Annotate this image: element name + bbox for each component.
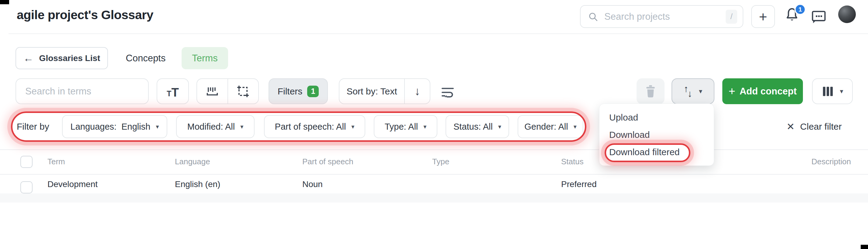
filter-modified-dropdown[interactable]: Modified: All ▾ [176,115,254,138]
search-projects-input[interactable] [604,11,726,23]
wrap-text-icon [440,84,456,98]
notification-badge: 1 [795,4,806,15]
trash-icon [644,84,657,99]
filter-gender-dropdown[interactable]: Gender: All ▾ [518,115,583,138]
caret-down-icon: ▾ [240,123,243,130]
caret-down-icon: ▾ [351,123,354,130]
filter-status-dropdown[interactable]: Status: All ▾ [445,115,509,138]
tab-terms[interactable]: Terms [182,47,228,69]
close-icon: ✕ [786,121,795,132]
caret-down-icon: ▾ [840,87,843,95]
clear-filter-button[interactable]: ✕ Clear filter [786,111,842,142]
caret-down-icon: ▾ [156,123,159,130]
filter-languages-dropdown[interactable]: Languages: English ▾ [62,115,167,138]
column-header-status: Status [561,149,584,174]
plus-icon: + [729,85,735,98]
filters-label: Filters [278,86,303,97]
arrow-down-icon: ↓ [687,88,692,99]
notifications-button[interactable]: 1 [784,7,802,26]
glossary-terms-page: agile project's Glossary / + 1 ← Glossa [0,0,868,249]
cell-term: Development [48,175,98,194]
feedback-button[interactable] [810,9,827,25]
upload-download-menu-button[interactable]: ↑ ↓ ▾ [672,78,714,104]
sort-direction-button[interactable]: ↓ [404,79,430,104]
tab-terms-label: Terms [192,53,217,64]
search-terms-box[interactable] [16,78,149,104]
match-case-icon: T [167,90,171,98]
new-project-button[interactable]: + [751,5,775,28]
column-header-language: Language [175,149,210,174]
menu-item-upload[interactable]: Upload [599,109,714,126]
glossaries-list-back-button[interactable]: ← Glossaries List [16,47,108,69]
slash-shortcut-badge: / [726,10,737,24]
wrap-text-button[interactable] [440,84,456,98]
search-mode-button-group [196,78,259,104]
corner-artifact-top-left [0,0,9,4]
exact-match-icon [236,84,250,98]
match-case-button[interactable]: T T [157,78,189,104]
select-all-checkbox[interactable] [20,156,33,168]
cell-part-of-speech: Noun [302,175,323,194]
search-terms-input[interactable] [25,85,140,97]
caret-down-icon: ▾ [498,123,501,130]
header-divider [8,33,868,34]
exact-match-button[interactable] [227,79,258,104]
table-header-divider [0,174,868,175]
menu-item-download-filtered[interactable]: Download filtered [599,143,714,161]
sort-button: Sort by: Text ↓ [339,78,430,104]
tab-concepts[interactable]: Concepts [123,47,168,69]
tab-concepts-label: Concepts [126,53,166,64]
column-header-type: Type [432,149,449,174]
row-checkbox[interactable] [20,181,33,193]
caret-down-icon: ▾ [574,123,577,130]
chat-icon [810,9,827,25]
plus-icon: + [759,8,767,25]
whole-words-icon [205,84,219,98]
corner-artifact-bottom-right [861,245,868,249]
column-header-term: Term [48,149,65,174]
add-concept-label: Add concept [740,86,797,97]
columns-settings-button[interactable]: ▾ [812,78,853,104]
sort-direction-icon: ↓ [414,85,420,98]
back-arrow-icon: ← [23,52,34,64]
columns-icon [822,85,834,98]
page-title: agile project's Glossary [17,8,153,22]
filter-type-dropdown[interactable]: Type: All ▾ [374,115,437,138]
upload-download-menu: Upload Download Download filtered [599,104,714,166]
search-icon [588,11,598,22]
caret-down-icon: ▾ [699,87,702,95]
cell-status: Preferred [561,175,597,194]
filters-button[interactable]: Filters 1 [269,78,328,104]
sort-label: Sort by: Text [346,86,397,97]
menu-item-download[interactable]: Download [599,126,714,143]
whole-words-button[interactable] [197,79,227,104]
clear-filter-label: Clear filter [800,121,842,132]
back-button-label: Glossaries List [39,54,100,63]
filters-count-badge: 1 [307,85,319,97]
delete-button[interactable] [637,78,664,104]
table-bottom-strip [0,193,868,203]
column-header-description: Description [811,149,851,174]
search-projects-box[interactable]: / [580,5,743,28]
filter-by-label: Filter by [17,111,49,142]
sort-by-button[interactable]: Sort by: Text [339,79,404,104]
column-header-part-of-speech: Part of speech [302,149,353,174]
cell-language: English (en) [175,175,220,194]
avatar[interactable] [838,5,856,23]
caret-down-icon: ▾ [423,123,426,130]
filter-part-of-speech-dropdown[interactable]: Part of speech: All ▾ [264,115,365,138]
add-concept-button[interactable]: + Add concept [722,78,803,104]
